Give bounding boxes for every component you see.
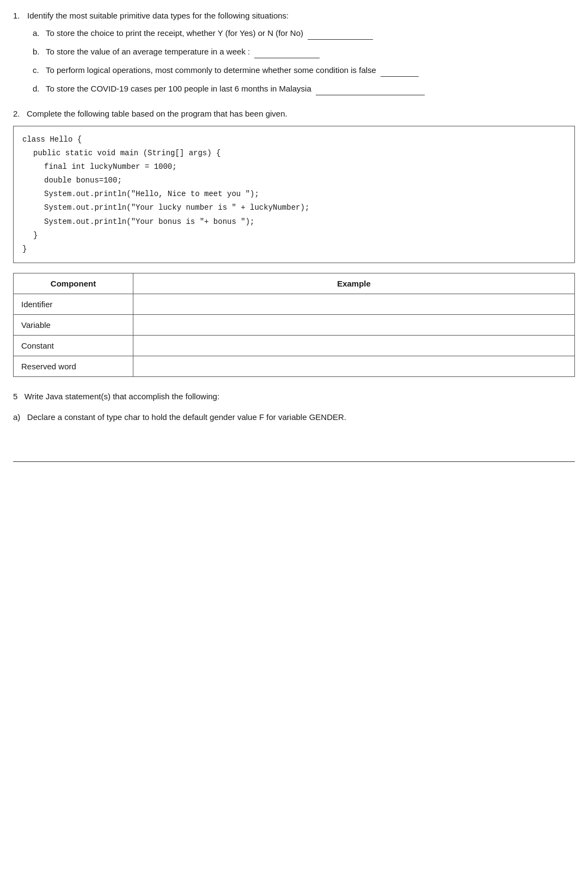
table-cell-variable-example: [133, 315, 575, 336]
code-line-7: System.out.println("Your bonus is "+ bon…: [44, 215, 566, 229]
table-cell-identifier: Identifier: [14, 294, 133, 315]
table-cell-constant: Constant: [14, 336, 133, 356]
q1-text-b: To store the value of an average tempera…: [46, 45, 575, 58]
question-1-header: 1. Identify the most suitable primitive …: [13, 10, 575, 22]
code-block: class Hello { public static void main (S…: [13, 126, 575, 264]
q1-text-d: To store the COVID-19 cases per 100 peop…: [46, 82, 575, 95]
q1-label-a: a.: [33, 27, 42, 40]
q1-number: 1.: [13, 10, 24, 22]
table-row: Constant: [14, 336, 575, 356]
q3a-block: a) Declare a constant of type char to ho…: [13, 411, 575, 424]
code-line-2: public static void main (String[] args) …: [33, 147, 566, 160]
q1-text-c: To perform logical operations, most comm…: [46, 64, 575, 77]
table-header-example: Example: [133, 273, 575, 294]
table-header-row: Component Example: [14, 273, 575, 294]
code-line-6: System.out.println("Your lucky number is…: [44, 201, 566, 215]
q1-text-a: To store the choice to print the receipt…: [46, 27, 575, 40]
q1-label-b: b.: [33, 45, 42, 58]
code-line-5: System.out.println("Hello, Nice to meet …: [44, 187, 566, 201]
answer-line: [13, 440, 575, 462]
code-line-1: class Hello {: [22, 133, 566, 147]
q1-text: Identify the most suitable primitive dat…: [27, 10, 289, 22]
q1-subitems: a. To store the choice to print the rece…: [33, 27, 575, 95]
table-header-component: Component: [14, 273, 133, 294]
code-line-3: final int luckyNumber = 1000;: [44, 160, 566, 174]
q1-blank-c: [381, 76, 419, 77]
table-cell-identifier-example: [133, 294, 575, 315]
q3a-label: a): [13, 412, 20, 422]
q2-header: 2. Complete the following table based on…: [13, 107, 575, 120]
q1-subitem-a: a. To store the choice to print the rece…: [33, 27, 575, 40]
table-row: Identifier: [14, 294, 575, 315]
code-line-4: double bonus=100;: [44, 174, 566, 187]
table-cell-reserved-example: [133, 356, 575, 377]
q2-table: Component Example Identifier Variable Co…: [13, 273, 575, 377]
q1-label-d: d.: [33, 82, 42, 95]
code-line-8: }: [33, 229, 566, 242]
q3-text: 5 Write Java statement(s) that accomplis…: [13, 390, 575, 403]
code-line-9: }: [22, 242, 566, 256]
q3a-text: Declare a constant of type char to hold …: [27, 412, 346, 422]
q1-subitem-b: b. To store the value of an average temp…: [33, 45, 575, 58]
table-cell-constant-example: [133, 336, 575, 356]
q3-number: 5: [13, 392, 17, 401]
question-1: 1. Identify the most suitable primitive …: [13, 10, 575, 95]
question-3: 5 Write Java statement(s) that accomplis…: [13, 390, 575, 462]
q2-number: 2.: [13, 109, 20, 118]
table-row: Variable: [14, 315, 575, 336]
q1-blank-b: [254, 58, 320, 58]
table-row: Reserved word: [14, 356, 575, 377]
q2-text: Complete the following table based on th…: [27, 109, 287, 118]
q3-instruction: Write Java statement(s) that accomplish …: [24, 392, 219, 401]
q1-subitem-c: c. To perform logical operations, most c…: [33, 64, 575, 77]
q1-blank-d: [316, 95, 425, 95]
q1-subitem-d: d. To store the COVID-19 cases per 100 p…: [33, 82, 575, 95]
table-cell-reserved: Reserved word: [14, 356, 133, 377]
q1-label-c: c.: [33, 64, 42, 77]
table-cell-variable: Variable: [14, 315, 133, 336]
question-2: 2. Complete the following table based on…: [13, 107, 575, 377]
q1-blank-a: [308, 39, 373, 40]
